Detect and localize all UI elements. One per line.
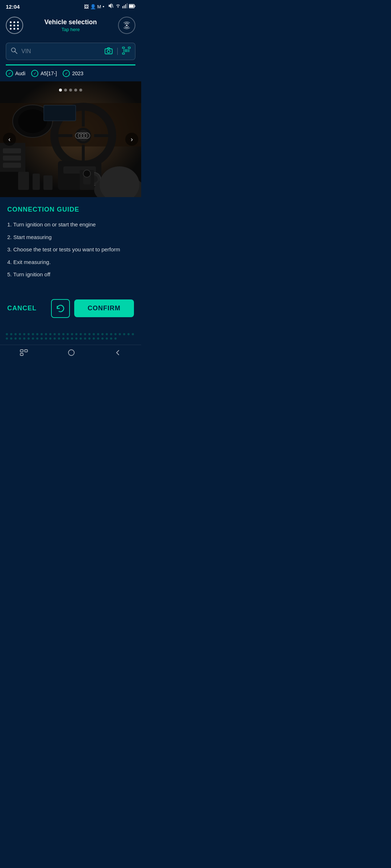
status-time: 12:04 <box>6 4 20 10</box>
image-dot-2 <box>64 89 67 92</box>
svg-rect-16 <box>122 53 125 54</box>
header-subtitle[interactable]: Tap here <box>44 27 97 32</box>
broadcast-icon <box>122 21 131 29</box>
svg-point-32 <box>77 130 89 141</box>
image-dot-5 <box>79 89 82 92</box>
svg-rect-14 <box>122 47 125 48</box>
svg-rect-46 <box>3 148 21 153</box>
svg-rect-49 <box>18 172 29 190</box>
svg-point-56 <box>83 170 91 177</box>
search-icon <box>10 47 18 56</box>
svg-point-1 <box>118 7 118 8</box>
page-title: Vehicle selection <box>44 18 97 26</box>
menu-button[interactable] <box>6 17 23 34</box>
bottom-dots <box>0 330 141 342</box>
search-section: VIN <box>0 38 141 60</box>
image-dot-4 <box>74 89 77 92</box>
car-image-section: ‹ › <box>0 81 141 197</box>
car-interior-svg <box>0 81 141 197</box>
svg-rect-51 <box>43 175 52 190</box>
guide-title: CONNECTION GUIDE <box>7 206 134 213</box>
svg-point-13 <box>107 50 110 53</box>
breadcrumb-make: ✓ Audi <box>6 70 25 77</box>
scan-barcode-icon[interactable] <box>122 47 131 56</box>
cancel-button[interactable]: CANCEL <box>7 305 47 312</box>
dot-status-icon: • <box>102 4 104 9</box>
check-icon-model: ✓ <box>31 70 38 77</box>
breadcrumb: ✓ Audi ✓ A5[17-] ✓ 2023 <box>0 65 141 81</box>
check-icon-year: ✓ <box>63 70 70 77</box>
breadcrumb-model-label: A5[17-] <box>41 71 57 76</box>
camera-icon[interactable] <box>104 47 113 56</box>
breadcrumb-year: ✓ 2023 <box>63 70 83 77</box>
svg-rect-47 <box>3 156 21 161</box>
svg-rect-60 <box>68 350 74 356</box>
search-actions <box>104 47 131 56</box>
image-dot-1 <box>59 89 62 92</box>
svg-rect-4 <box>125 4 126 8</box>
home-button[interactable] <box>67 349 75 358</box>
guide-step-1: 1. Turn ignition on or start the engine <box>7 221 134 229</box>
svg-rect-2 <box>122 6 123 8</box>
svg-line-0 <box>112 4 113 8</box>
mute-icon <box>108 3 114 8</box>
grid-icon <box>10 21 19 30</box>
action-buttons: CANCEL CONFIRM <box>0 292 141 327</box>
breadcrumb-year-label: 2023 <box>72 71 83 76</box>
signal-button[interactable] <box>118 17 135 34</box>
svg-rect-59 <box>20 353 23 356</box>
header-title-group: Vehicle selection Tap here <box>44 18 97 32</box>
guide-steps: 1. Turn ignition on or start the engine … <box>7 221 134 279</box>
svg-rect-40 <box>44 106 75 120</box>
connection-guide: CONNECTION GUIDE 1. Turn ignition on or … <box>0 197 141 292</box>
wifi-icon <box>115 3 121 8</box>
svg-point-9 <box>126 25 127 26</box>
svg-rect-48 <box>3 163 21 168</box>
svg-rect-15 <box>128 47 130 48</box>
svg-rect-5 <box>127 3 127 8</box>
recent-apps-button[interactable] <box>20 349 28 358</box>
breadcrumb-model: ✓ A5[17-] <box>31 70 57 77</box>
bottom-decoration <box>0 327 141 345</box>
svg-rect-3 <box>124 5 125 8</box>
check-icon-make: ✓ <box>6 70 13 77</box>
confirm-button[interactable]: CONFIRM <box>74 299 134 317</box>
battery-icon <box>129 4 135 8</box>
system-nav <box>0 345 141 364</box>
image-status-icon: 🖼 <box>84 4 89 9</box>
svg-rect-58 <box>25 350 28 352</box>
header: Vehicle selection Tap here <box>0 13 141 38</box>
back-button[interactable] <box>115 349 121 358</box>
guide-step-4: 4. Exit measuring. <box>7 258 134 267</box>
status-bar: 12:04 🖼 👤 M • <box>0 0 141 13</box>
vin-input-placeholder[interactable]: VIN <box>21 48 101 55</box>
guide-step-2: 2. Start measuring <box>7 233 134 242</box>
svg-rect-8 <box>134 5 135 7</box>
signal-bars-icon <box>122 3 127 8</box>
status-icons: 🖼 👤 M • <box>84 3 135 10</box>
prev-image-button[interactable]: ‹ <box>3 133 16 146</box>
svg-rect-7 <box>129 5 134 8</box>
contacts-status-icon: 👤 <box>90 4 96 9</box>
svg-rect-57 <box>20 350 23 352</box>
refresh-button[interactable] <box>51 299 70 318</box>
svg-rect-50 <box>33 174 40 190</box>
next-image-button[interactable]: › <box>125 133 138 146</box>
refresh-icon <box>56 304 65 313</box>
image-dot-3 <box>69 89 72 92</box>
svg-line-11 <box>15 51 17 54</box>
breadcrumb-make-label: Audi <box>15 71 25 76</box>
svg-point-38 <box>18 109 47 133</box>
vertical-divider <box>117 48 118 55</box>
guide-step-3: 3. Choose the test or tests you want to … <box>7 246 134 254</box>
car-image <box>0 81 141 197</box>
guide-step-5: 5. Turn ignition off <box>7 271 134 279</box>
mail-status-icon: M <box>97 4 101 9</box>
image-dots <box>59 89 82 92</box>
search-bar[interactable]: VIN <box>6 43 135 60</box>
